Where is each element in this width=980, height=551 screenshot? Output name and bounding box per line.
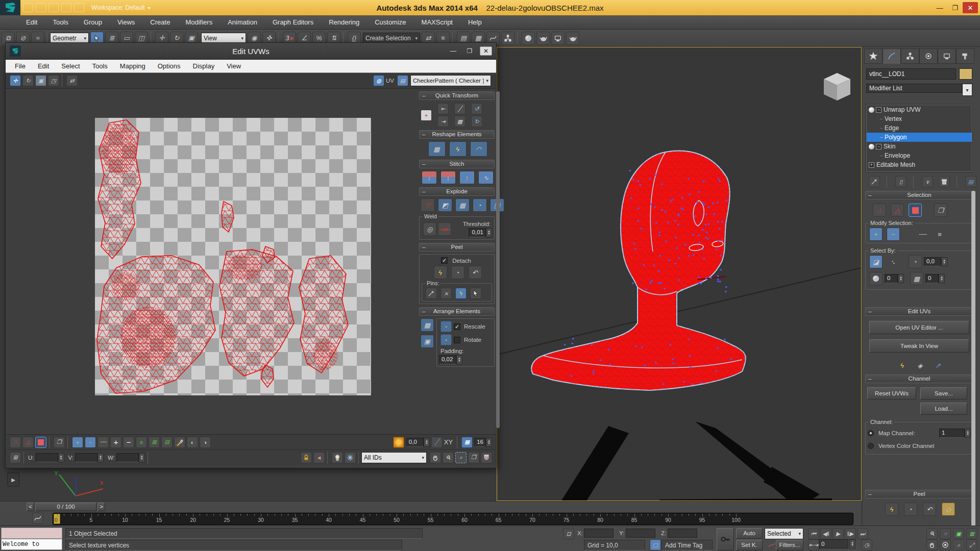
uvw-panel-scrollbar[interactable]: [496, 91, 500, 428]
expand-icon[interactable]: +: [869, 162, 874, 168]
element-sub-icon[interactable]: ❒: [934, 204, 947, 217]
selection-rollout-title[interactable]: –Selection: [865, 191, 973, 199]
planar-map-mode-icon[interactable]: ◈: [914, 359, 927, 372]
stitch-custom-icon[interactable]: ↓: [422, 171, 437, 184]
menu-animation[interactable]: Animation: [220, 18, 265, 26]
menu-modifiers[interactable]: Modifiers: [178, 18, 220, 26]
tab-hierarchy[interactable]: [901, 48, 919, 64]
weld-selected-icon[interactable]: ⇥⇤: [438, 222, 451, 236]
pan-viewport-icon[interactable]: [926, 539, 938, 550]
show-map-icon[interactable]: ◍: [373, 75, 384, 86]
uvw-menu-edit[interactable]: Edit: [32, 62, 55, 70]
stitch-rollout[interactable]: –Stitch: [419, 160, 495, 168]
collapse-icon[interactable]: −: [876, 107, 881, 113]
uv-rotate-icon[interactable]: ↻: [22, 75, 34, 86]
edit-seams-icon[interactable]: ◇: [942, 503, 955, 516]
next-frame-icon[interactable]: ‖▶: [845, 528, 856, 539]
render-setup-icon[interactable]: [536, 32, 550, 45]
time-tag[interactable]: Add Time Tag: [662, 540, 713, 550]
y-field[interactable]: [626, 529, 655, 538]
maximize-viewport-icon[interactable]: ⤢: [966, 539, 977, 550]
zoom-region-icon[interactable]: ⌕: [455, 452, 467, 463]
map-channel-spinner[interactable]: 1▲▼: [939, 429, 971, 438]
falloff-space-icon[interactable]: ╱: [431, 437, 443, 448]
visibility-bulb-icon[interactable]: [869, 144, 874, 149]
zoom-region-viewport-icon[interactable]: ⌕: [953, 539, 964, 550]
uv-mirror-icon[interactable]: ⇄: [66, 75, 78, 86]
previous-frame-icon[interactable]: ◀‖: [820, 528, 831, 539]
collapse-icon[interactable]: −: [876, 144, 881, 149]
max-logo-icon[interactable]: [0, 0, 20, 15]
align-horizontal-icon[interactable]: ⇤: [437, 103, 449, 114]
polygon-sub-icon[interactable]: [909, 204, 922, 217]
detach-checkbox[interactable]: ✓: [441, 257, 448, 264]
flatten-material-icon[interactable]: ◔: [473, 198, 487, 212]
configure-modifier-sets-icon[interactable]: ▤: [965, 176, 976, 187]
uvw-maximize-button[interactable]: ❐: [463, 46, 476, 56]
space-elements-icon[interactable]: ▩: [454, 116, 465, 127]
listener-macro-line[interactable]: [1, 528, 62, 539]
tab-display[interactable]: [938, 48, 956, 64]
snap-icon[interactable]: [481, 452, 492, 463]
grow-loop-icon[interactable]: +: [110, 437, 121, 448]
smoothing-spinner[interactable]: 0▲▼: [925, 274, 945, 283]
uvw-menu-display[interactable]: Display: [187, 62, 221, 70]
soft-selection-spinner[interactable]: 0,0▲▼: [406, 438, 430, 447]
menu-create[interactable]: Create: [142, 18, 178, 26]
absolute-typein-icon[interactable]: +: [421, 110, 432, 121]
stitch-average-icon[interactable]: ↕: [440, 171, 456, 184]
soft-selection-icon[interactable]: [393, 437, 404, 448]
modifier-list-dropdown[interactable]: Modifier List ▾: [866, 84, 972, 96]
reset-peel-icon[interactable]: ↶: [469, 266, 482, 279]
uv-scale-icon[interactable]: ▣: [35, 75, 46, 86]
edge-distance-icon[interactable]: ▦: [461, 437, 473, 448]
go-to-end-icon[interactable]: ⏭︎: [857, 528, 868, 539]
open-uv-editor-button[interactable]: Open UV Editor ...: [869, 321, 969, 334]
menu-views[interactable]: Views: [110, 18, 142, 26]
quick-planar-map-icon[interactable]: ϟ: [896, 359, 909, 372]
weld-threshold-spinner[interactable]: 0,01▲▼: [469, 228, 492, 237]
zoom-viewport-icon[interactable]: 🔍︎: [926, 528, 938, 539]
select-by-angle-icon[interactable]: ◔: [909, 255, 922, 268]
rendered-frame-window-icon[interactable]: [551, 32, 565, 45]
planar-angle-spinner[interactable]: 0,0▲▼: [924, 257, 947, 266]
remove-modifier-icon[interactable]: [939, 176, 950, 187]
polygon-mode-icon[interactable]: [35, 437, 46, 448]
viewcube[interactable]: [824, 73, 850, 101]
menu-maxscript[interactable]: MAXScript: [414, 18, 460, 26]
cmd-peel-mode-icon[interactable]: ◔: [904, 503, 917, 516]
auto-key-button[interactable]: Auto: [736, 528, 763, 539]
set-key-button[interactable]: Set K.: [736, 540, 763, 550]
timeline-ruler[interactable]: 0 51015202530354045505560657075808590951…: [53, 513, 853, 525]
orbit-icon[interactable]: [940, 539, 951, 550]
maximize-button[interactable]: ❐: [947, 2, 963, 13]
zoom-extents-all-icon[interactable]: ⊞: [966, 528, 977, 539]
edit-uvs-rollout-title[interactable]: –Edit UVs: [865, 307, 973, 316]
flatten-custom-icon[interactable]: ▽: [421, 198, 435, 212]
isolate-selection-icon[interactable]: ▢: [650, 539, 661, 550]
key-mode-toggle-icon[interactable]: ⇤⇥: [808, 539, 819, 550]
zoom-extents-selected-icon[interactable]: ▣: [953, 528, 964, 539]
uvw-close-button[interactable]: ✕: [480, 46, 492, 56]
transform-typein-toggle-icon[interactable]: ⊡: [563, 528, 574, 539]
uvw-minimize-button[interactable]: —: [447, 46, 459, 56]
pack-normalize-icon[interactable]: ▩: [421, 318, 434, 332]
cmd-reset-peel-icon[interactable]: ↶: [923, 503, 936, 516]
z-field[interactable]: [668, 529, 697, 538]
current-frame-field[interactable]: 0: [819, 539, 848, 548]
zoom-all-icon[interactable]: ⁘: [940, 528, 951, 539]
rescale-pack-icon[interactable]: ▫: [440, 321, 452, 332]
vertex-color-radio[interactable]: [868, 443, 874, 449]
grow-selection-icon[interactable]: +: [72, 437, 83, 448]
quick-access-new-icon[interactable]: [23, 3, 33, 12]
uvw-menu-mapping[interactable]: Mapping: [114, 62, 152, 70]
uv-island-strip[interactable]: [222, 202, 234, 232]
menu-group[interactable]: Group: [76, 18, 110, 26]
pin-tool-icon[interactable]: [426, 288, 437, 299]
time-slider[interactable]: 0 / 100: [35, 503, 96, 511]
modifier-list-arrow-icon[interactable]: ▾: [962, 84, 972, 96]
rotate-cw-icon[interactable]: ↻: [471, 116, 482, 127]
u-spinner[interactable]: ▲▼: [36, 453, 64, 462]
align-planar-icon[interactable]: ⇗: [932, 359, 945, 372]
load-uvs-button[interactable]: Load...: [920, 403, 967, 415]
